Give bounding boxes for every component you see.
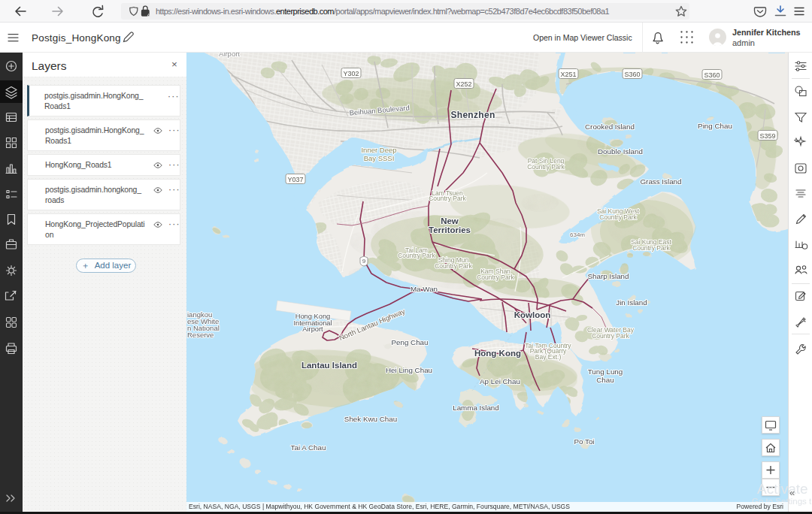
svg-text:Country Park: Country Park (477, 274, 514, 281)
svg-text:Airport: Airport (219, 53, 240, 58)
svg-text:S360: S360 (704, 71, 720, 79)
svg-text:Reserve: Reserve (187, 331, 214, 339)
svg-text:Jin Island: Jin Island (616, 298, 647, 307)
svg-text:Kowloon: Kowloon (514, 310, 551, 319)
svg-text:Ma Wan: Ma Wan (411, 285, 438, 293)
svg-text:634m: 634m (570, 231, 585, 238)
svg-text:Country Park: Country Park (398, 252, 435, 259)
svg-text:Ping Chau: Ping Chau (698, 122, 732, 130)
svg-text:Crooked Island: Crooked Island (585, 122, 635, 131)
svg-text:Grass Island: Grass Island (641, 177, 682, 186)
svg-text:X251: X251 (560, 71, 576, 78)
svg-text:Bay Ext.): Bay Ext.) (535, 353, 562, 361)
svg-text:Country Park: Country Park (429, 195, 466, 202)
svg-text:Shenzhen: Shenzhen (450, 110, 495, 120)
svg-text:Lamma Island: Lamma Island (453, 404, 499, 412)
svg-text:Airport: Airport (302, 325, 323, 333)
svg-text:S359: S359 (759, 132, 775, 140)
svg-text:Chau: Chau (596, 376, 614, 384)
svg-text:Country Park: Country Park (592, 332, 629, 340)
svg-text:Po Toi: Po Toi (574, 437, 594, 446)
svg-text:Y302: Y302 (343, 70, 359, 77)
svg-text:New: New (441, 216, 459, 225)
svg-text:Hei Ling Chau: Hei Ling Chau (386, 366, 432, 374)
svg-text:Ap Lei Chau: Ap Lei Chau (480, 377, 520, 386)
svg-text:Double Island: Double Island (598, 147, 643, 156)
svg-text:Country Park: Country Park (527, 163, 565, 171)
svg-text:Peng Chau: Peng Chau (391, 338, 428, 346)
svg-text:Inner Deep: Inner Deep (361, 146, 396, 154)
svg-text:Country Park: Country Park (632, 244, 670, 252)
svg-text:9: 9 (362, 258, 366, 265)
svg-text:Lantau Island: Lantau Island (301, 361, 357, 370)
svg-text:Hong Kong: Hong Kong (474, 349, 521, 358)
svg-text:Shek Kwu Chau: Shek Kwu Chau (344, 415, 397, 423)
svg-text:Tai A Chau: Tai A Chau (291, 443, 326, 452)
svg-text:Territories: Territories (429, 225, 471, 234)
svg-text:Country Park: Country Park (435, 262, 472, 270)
svg-text:Sharp Island: Sharp Island (587, 272, 629, 280)
svg-text:S360: S360 (624, 71, 640, 78)
svg-text:Country Park: Country Park (599, 213, 637, 221)
svg-text:Tung Lung: Tung Lung (588, 367, 623, 376)
svg-text:Y037: Y037 (287, 176, 303, 183)
svg-text:Bay SSSI: Bay SSSI (364, 154, 395, 162)
svg-text:X252: X252 (456, 80, 471, 88)
